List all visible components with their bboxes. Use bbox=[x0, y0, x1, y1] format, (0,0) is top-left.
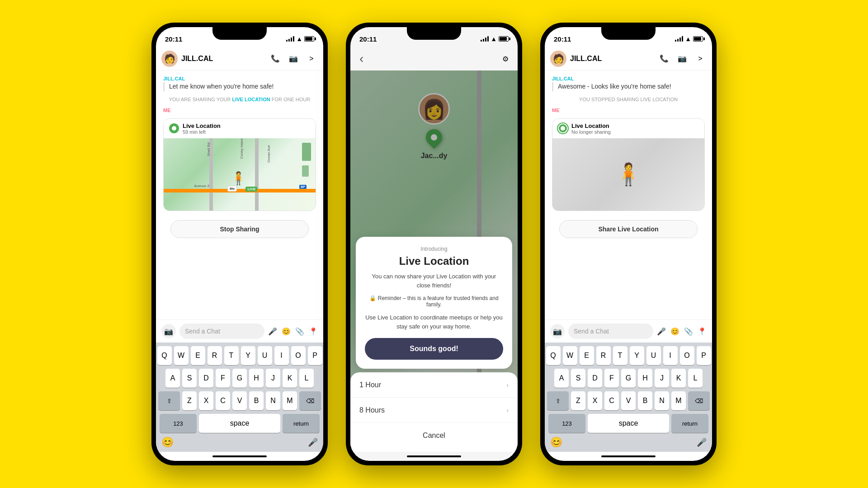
location-icon-right[interactable]: 📍 bbox=[698, 327, 707, 336]
mic-icon-right[interactable]: 🎤 bbox=[657, 327, 666, 336]
keyboard-mic-left[interactable]: 🎤 bbox=[308, 437, 318, 447]
call-button-right[interactable]: 📞 bbox=[658, 52, 670, 65]
share-live-button[interactable]: Share Live Location bbox=[559, 220, 698, 238]
key-c[interactable]: C bbox=[216, 391, 230, 410]
key-q[interactable]: Q bbox=[157, 346, 172, 365]
chat-input-box-left[interactable]: Send a Chat bbox=[179, 324, 264, 339]
key-ri[interactable]: I bbox=[663, 346, 678, 365]
key-rp[interactable]: P bbox=[697, 346, 711, 365]
call-button-left[interactable]: 📞 bbox=[269, 52, 282, 65]
keyboard-mic-right[interactable]: 🎤 bbox=[697, 437, 707, 447]
key-p[interactable]: P bbox=[308, 346, 322, 365]
key-rreturn[interactable]: return bbox=[671, 414, 708, 433]
live-location-card-right[interactable]: Live Location No longer sharing 🧍 bbox=[552, 118, 705, 211]
key-m[interactable]: M bbox=[283, 391, 297, 410]
key-rc[interactable]: C bbox=[604, 391, 619, 410]
key-n[interactable]: N bbox=[266, 391, 280, 410]
key-v[interactable]: V bbox=[232, 391, 247, 410]
key-f[interactable]: F bbox=[216, 369, 230, 388]
key-rm[interactable]: M bbox=[671, 391, 686, 410]
key-rl[interactable]: L bbox=[688, 369, 703, 388]
key-a[interactable]: A bbox=[165, 369, 180, 388]
cancel-button[interactable]: Cancel bbox=[350, 423, 518, 448]
key-r[interactable]: R bbox=[208, 346, 222, 365]
key-l[interactable]: L bbox=[299, 369, 314, 388]
keyboard-emoji-left[interactable]: 😊 bbox=[161, 436, 174, 448]
key-s[interactable]: S bbox=[182, 369, 197, 388]
settings-icon[interactable]: ⚙ bbox=[502, 55, 509, 63]
modal-title: Live Location bbox=[365, 255, 503, 267]
chat-input-box-right[interactable]: Send a Chat bbox=[568, 324, 653, 339]
video-button-right[interactable]: 📷 bbox=[676, 52, 689, 65]
key-rg[interactable]: G bbox=[621, 369, 636, 388]
key-space[interactable]: space bbox=[199, 414, 280, 433]
key-rf[interactable]: F bbox=[604, 369, 619, 388]
key-i[interactable]: I bbox=[274, 346, 289, 365]
key-o[interactable]: O bbox=[291, 346, 306, 365]
key-return[interactable]: return bbox=[283, 414, 320, 433]
key-rdelete[interactable]: ⌫ bbox=[688, 391, 710, 410]
attach-icon-right[interactable]: 📎 bbox=[684, 327, 693, 336]
keyboard-row-r1: Q W E R T Y U I O P bbox=[547, 346, 710, 365]
key-123[interactable]: 123 bbox=[160, 414, 197, 433]
video-button-left[interactable]: 📷 bbox=[287, 52, 300, 65]
emoji-icon-right[interactable]: 😊 bbox=[670, 327, 679, 336]
key-z[interactable]: Z bbox=[182, 391, 197, 410]
key-b[interactable]: B bbox=[249, 391, 264, 410]
keyboard-bottom-right: 😊 🎤 bbox=[547, 436, 710, 448]
key-rx[interactable]: X bbox=[588, 391, 602, 410]
camera-button-left[interactable]: 📷 bbox=[161, 324, 176, 338]
back-icon[interactable]: ‹ bbox=[359, 52, 363, 66]
key-rspace[interactable]: space bbox=[588, 414, 669, 433]
key-re[interactable]: E bbox=[580, 346, 594, 365]
more-button-right[interactable]: > bbox=[694, 52, 707, 65]
key-d[interactable]: D bbox=[199, 369, 213, 388]
key-delete[interactable]: ⌫ bbox=[299, 391, 321, 410]
key-h[interactable]: H bbox=[249, 369, 264, 388]
key-rt[interactable]: T bbox=[613, 346, 627, 365]
option-8-hours[interactable]: 8 Hours › bbox=[350, 398, 518, 423]
live-location-card-left[interactable]: Live Location 59 min left Shell Rd Ocean… bbox=[163, 118, 316, 211]
key-ro[interactable]: O bbox=[680, 346, 694, 365]
key-rj[interactable]: J bbox=[655, 369, 669, 388]
more-button-left[interactable]: > bbox=[305, 52, 318, 65]
key-rw[interactable]: W bbox=[563, 346, 577, 365]
attach-icon-left[interactable]: 📎 bbox=[295, 327, 304, 336]
key-x[interactable]: X bbox=[199, 391, 213, 410]
key-ry[interactable]: Y bbox=[630, 346, 644, 365]
key-rb[interactable]: B bbox=[638, 391, 652, 410]
key-rd[interactable]: D bbox=[588, 369, 602, 388]
key-rv[interactable]: V bbox=[621, 391, 636, 410]
key-g[interactable]: G bbox=[232, 369, 247, 388]
message-text-jill-right: Awesome - Looks like you're home safe! bbox=[552, 82, 705, 91]
key-u[interactable]: U bbox=[258, 346, 272, 365]
keyboard-emoji-right[interactable]: 😊 bbox=[550, 436, 562, 448]
stop-sharing-button[interactable]: Stop Sharing bbox=[170, 220, 309, 238]
key-shift[interactable]: ⇧ bbox=[158, 391, 180, 410]
key-rk[interactable]: K bbox=[671, 369, 686, 388]
key-rshift[interactable]: ⇧ bbox=[547, 391, 569, 410]
key-rz[interactable]: Z bbox=[571, 391, 585, 410]
emoji-icon-left[interactable]: 😊 bbox=[282, 327, 291, 336]
key-t[interactable]: T bbox=[224, 346, 239, 365]
key-k[interactable]: K bbox=[283, 369, 297, 388]
key-rn[interactable]: N bbox=[655, 391, 669, 410]
key-rs[interactable]: S bbox=[571, 369, 585, 388]
key-e[interactable]: E bbox=[191, 346, 205, 365]
live-link[interactable]: LIVE LOCATION bbox=[232, 97, 270, 102]
camera-button-right[interactable]: 📷 bbox=[550, 324, 565, 338]
key-rh[interactable]: H bbox=[638, 369, 652, 388]
key-rq[interactable]: Q bbox=[546, 346, 561, 365]
location-icon-left[interactable]: 📍 bbox=[309, 327, 318, 336]
chat-input-left: 📷 Send a Chat 🎤 😊 📎 📍 bbox=[156, 319, 323, 343]
key-rr[interactable]: R bbox=[596, 346, 611, 365]
mic-icon-left[interactable]: 🎤 bbox=[268, 327, 277, 336]
sounds-good-button[interactable]: Sounds good! bbox=[365, 338, 503, 360]
key-ru[interactable]: U bbox=[646, 346, 661, 365]
key-w[interactable]: W bbox=[174, 346, 189, 365]
key-j[interactable]: J bbox=[266, 369, 280, 388]
key-ra[interactable]: A bbox=[554, 369, 569, 388]
option-1-hour[interactable]: 1 Hour › bbox=[350, 372, 518, 398]
key-y[interactable]: Y bbox=[241, 346, 255, 365]
key-r123[interactable]: 123 bbox=[548, 414, 585, 433]
